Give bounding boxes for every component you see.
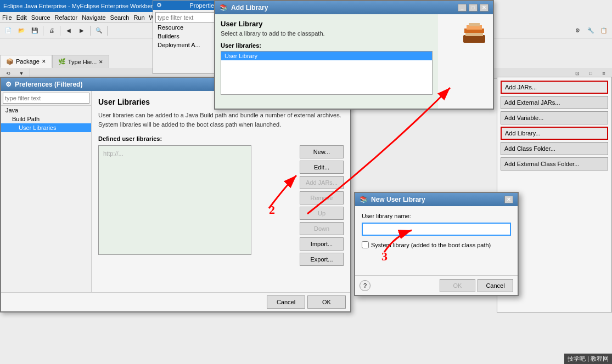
new-user-library-system-label: System library (added to the boot class … <box>371 242 491 248</box>
tab-type-close-icon[interactable]: ✕ <box>99 59 103 65</box>
pref-remove-btn[interactable]: Remove <box>300 191 344 204</box>
add-library-description: Select a library to add to the classpath… <box>221 30 433 37</box>
jbp-buttons-container: Add JARs... Add External JARs... Add Var… <box>497 77 611 174</box>
preferences-title: Preferences (Filtered) <box>15 81 82 88</box>
new-user-library-name-label: User library name: <box>362 213 511 219</box>
toolbar-open-btn[interactable]: 📂 <box>15 25 27 37</box>
tab-package-explorer[interactable]: 📦 Package ✕ <box>0 55 52 68</box>
toolbar-sep-3 <box>90 26 91 36</box>
new-user-library-close-btn[interactable]: ✕ <box>504 196 513 203</box>
add-library-right-panel <box>438 14 493 109</box>
jbp-add-ext-class-folder-btn[interactable]: Add External Class Folder... <box>501 157 608 170</box>
type-hierarchy-icon: 🌿 <box>58 58 66 65</box>
new-user-library-checkbox-row: System library (added to the boot class … <box>362 241 511 248</box>
toolbar-sep-2 <box>60 26 60 36</box>
pref-tree-build-path[interactable]: Build Path <box>1 115 91 123</box>
add-library-dialog: 📚 Add Library _ □ ✕ User Library Select … <box>214 0 494 110</box>
add-library-content: User Library Select a library to add to … <box>215 14 493 109</box>
new-user-library-ok-cancel: OK Cancel <box>440 279 513 292</box>
pref-down-btn[interactable]: Down <box>300 222 344 235</box>
toolbar-sep-1 <box>43 26 43 36</box>
pref-add-jars-btn[interactable]: Add JARs... <box>300 176 344 189</box>
pref-up-btn[interactable]: Up <box>300 207 344 220</box>
pref-import-btn[interactable]: Import... <box>300 237 344 251</box>
add-library-title: Add Library <box>231 4 268 12</box>
preferences-body: Java Build Path User Libraries User Libr… <box>1 91 350 292</box>
preferences-cancel-btn[interactable]: Cancel <box>267 295 305 309</box>
toolbar-print-btn[interactable]: 🖨 <box>46 25 58 37</box>
add-library-list-label: User libraries: <box>221 42 433 49</box>
preferences-footer: Cancel OK <box>1 292 350 311</box>
new-user-library-help-btn[interactable]: ? <box>360 280 370 291</box>
new-user-library-icon: 📚 <box>360 196 368 203</box>
toolbar-icon-3[interactable]: 📋 <box>598 25 610 37</box>
menu-source[interactable]: Source <box>31 14 50 21</box>
new-user-library-dialog: 📚 New User Library ✕ User library name: … <box>354 192 519 296</box>
menu-edit[interactable]: Edit <box>16 14 27 21</box>
new-user-library-cancel-btn[interactable]: Cancel <box>478 279 513 292</box>
add-library-maximize-btn[interactable]: □ <box>469 4 478 12</box>
tab-type-label: Type Hie... <box>68 59 97 65</box>
preferences-lib-list[interactable]: http://... <box>98 145 251 255</box>
preferences-defined-label: Defined user libraries: <box>98 135 344 142</box>
eclipse-title: Eclipse Java Enterprise - MyEclipse Ente… <box>3 3 161 9</box>
pref-edit-btn[interactable]: Edit... <box>300 161 344 174</box>
toolbar-forward-btn[interactable]: ▶ <box>76 25 88 37</box>
preferences-icon: ⚙ <box>5 81 12 88</box>
jbp-add-variable-btn[interactable]: Add Variable... <box>501 111 608 124</box>
preferences-window: ⚙ Preferences (Filtered) _ □ ✕ Java Buil… <box>0 77 351 312</box>
menu-search[interactable]: Search <box>110 14 130 21</box>
add-library-list[interactable]: User Library <box>221 51 433 95</box>
new-user-library-ok-btn[interactable]: OK <box>440 279 475 292</box>
new-user-library-title-bar: 📚 New User Library ✕ <box>355 193 518 206</box>
add-library-close-btn[interactable]: ✕ <box>480 4 489 12</box>
jbp-add-class-folder-btn[interactable]: Add Class Folder... <box>501 142 608 155</box>
new-user-library-title: New User Library <box>371 196 425 203</box>
new-user-library-body: User library name: System library (added… <box>355 206 518 255</box>
add-library-icon: 📚 <box>220 4 228 12</box>
add-library-section-title: User Library <box>221 20 433 28</box>
new-user-library-footer: ? OK Cancel <box>355 275 518 295</box>
new-user-library-name-input[interactable] <box>362 223 511 236</box>
menu-run[interactable]: Run <box>133 14 144 21</box>
toolbar-save-btn[interactable]: 💾 <box>29 25 41 37</box>
add-library-title-bar: 📚 Add Library _ □ ✕ <box>215 1 493 14</box>
bottom-watermark: 技学吧 | 教程网 <box>564 354 612 364</box>
library-icon <box>461 20 487 46</box>
menu-refactor[interactable]: Refactor <box>55 14 78 21</box>
new-user-library-system-checkbox[interactable] <box>362 241 369 248</box>
preferences-left-panel: Java Build Path User Libraries <box>1 91 92 292</box>
jbp-add-external-jars-btn[interactable]: Add External JARs... <box>501 96 608 109</box>
preferences-filter-row <box>1 91 91 106</box>
preferences-filter-input[interactable] <box>3 93 89 104</box>
preferences-description: User libraries can be added to a Java Bu… <box>98 111 344 129</box>
menu-file[interactable]: File <box>2 14 12 21</box>
tab-close-icon[interactable]: ✕ <box>42 59 46 64</box>
add-library-minimize-btn[interactable]: _ <box>458 4 467 12</box>
pref-tree-java[interactable]: Java <box>1 106 91 115</box>
props-icon: ⚙ <box>156 2 162 9</box>
toolbar-icon-2[interactable]: 🔧 <box>585 25 597 37</box>
pref-export-btn[interactable]: Export... <box>300 253 344 266</box>
add-library-left-panel: User Library Select a library to add to … <box>215 14 438 109</box>
tab-package-label: Package <box>16 58 40 65</box>
toolbar-sep-4 <box>107 26 108 36</box>
package-explorer-icon: 📦 <box>6 58 14 65</box>
toolbar-back-btn[interactable]: ◀ <box>63 25 75 37</box>
jbp-add-library-btn[interactable]: Add Library... <box>501 127 608 140</box>
add-library-list-item-user-lib[interactable]: User Library <box>221 52 432 60</box>
svg-rect-0 <box>463 35 485 43</box>
pref-new-btn[interactable]: New... <box>300 145 344 158</box>
toolbar-search-btn[interactable]: 🔍 <box>93 25 105 37</box>
toolbar-icon-1[interactable]: ⚙ <box>571 25 583 37</box>
toolbar-new-btn[interactable]: 📄 <box>2 25 14 37</box>
add-library-controls: _ □ ✕ <box>458 4 489 12</box>
menu-navigate[interactable]: Navigate <box>82 14 105 21</box>
svg-rect-4 <box>469 23 480 26</box>
preferences-right-panel: User Libraries User libraries can be add… <box>92 91 350 292</box>
tab-type-hierarchy[interactable]: 🌿 Type Hie... ✕ <box>52 55 110 68</box>
eclipse-tabs: 📦 Package ✕ 🌿 Type Hie... ✕ <box>0 55 109 68</box>
jbp-add-jars-btn[interactable]: Add JARs... <box>501 81 608 94</box>
preferences-ok-btn[interactable]: OK <box>307 295 346 309</box>
pref-tree-user-libraries[interactable]: User Libraries <box>1 123 91 132</box>
